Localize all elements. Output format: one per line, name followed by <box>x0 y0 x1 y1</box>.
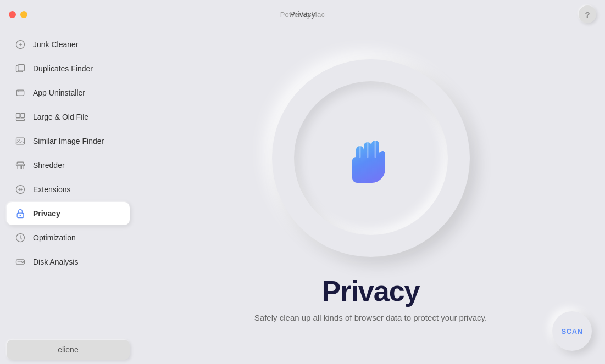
feature-icon-outer <box>272 59 470 257</box>
sidebar-item-disk-analysis[interactable]: Disk Analysis <box>7 250 130 273</box>
optimization-icon <box>14 232 26 244</box>
sidebar-label-junk-cleaner: Junk Cleaner <box>33 40 79 49</box>
content-area: Privacy Safely clean up all kinds of bro… <box>136 29 605 364</box>
close-button[interactable] <box>9 11 16 18</box>
sidebar-label-shredder: Shredder <box>33 161 65 170</box>
feature-description: Safely clean up all kinds of browser dat… <box>254 313 487 322</box>
svg-rect-11 <box>17 162 24 164</box>
sidebar-item-optimization[interactable]: Optimization <box>7 226 130 249</box>
svg-rect-2 <box>18 65 25 71</box>
sidebar-item-privacy[interactable]: Privacy <box>7 202 130 225</box>
sidebar: Junk Cleaner Duplicates Finder App Unins… <box>0 29 136 364</box>
sidebar-item-duplicates-finder[interactable]: Duplicates Finder <box>7 57 130 80</box>
sidebar-item-large-old-file[interactable]: Large & Old File <box>7 105 130 128</box>
feature-title: Privacy <box>321 275 419 307</box>
sidebar-item-similar-image[interactable]: Similar Image Finder <box>7 130 130 153</box>
duplicates-finder-icon <box>14 63 26 75</box>
svg-point-15 <box>20 215 21 216</box>
svg-rect-7 <box>16 119 25 120</box>
shredder-icon <box>14 159 26 171</box>
svg-point-18 <box>22 261 24 262</box>
similar-image-icon <box>14 135 26 147</box>
extensions-icon <box>14 183 26 195</box>
scan-button-wrap: SCAN <box>552 311 592 351</box>
scan-button[interactable]: SCAN <box>552 311 592 351</box>
sidebar-label-duplicates: Duplicates Finder <box>33 64 93 73</box>
sidebar-label-disk: Disk Analysis <box>33 257 78 266</box>
main-layout: Junk Cleaner Duplicates Finder App Unins… <box>0 29 605 364</box>
svg-point-4 <box>18 91 19 92</box>
traffic-lights <box>9 11 27 18</box>
sidebar-item-shredder[interactable]: Shredder <box>7 154 130 177</box>
sidebar-label-privacy: Privacy <box>33 209 60 218</box>
svg-rect-6 <box>21 113 25 117</box>
sidebar-label-uninstaller: App Uninstaller <box>33 88 85 97</box>
sidebar-label-large-file: Large & Old File <box>33 113 88 121</box>
minimize-button[interactable] <box>20 11 27 18</box>
disk-analysis-icon <box>14 256 26 268</box>
privacy-hand-icon <box>343 128 398 188</box>
titlebar: PowerMyMac Privacy ? <box>0 0 605 29</box>
page-title: Privacy <box>290 10 315 19</box>
privacy-icon <box>14 208 26 220</box>
sidebar-item-junk-cleaner[interactable]: Junk Cleaner <box>7 33 130 56</box>
help-button[interactable]: ? <box>579 5 596 23</box>
sidebar-label-optimization: Optimization <box>33 233 76 242</box>
sidebar-label-similar-image: Similar Image Finder <box>33 137 104 145</box>
large-old-file-icon <box>14 111 26 123</box>
svg-rect-8 <box>16 138 25 144</box>
sidebar-item-extensions[interactable]: Extensions <box>7 178 130 201</box>
svg-rect-5 <box>16 113 20 117</box>
sidebar-item-app-uninstaller[interactable]: App Uninstaller <box>7 81 130 104</box>
svg-rect-3 <box>16 90 24 96</box>
junk-cleaner-icon <box>14 38 26 51</box>
app-uninstaller-icon <box>14 87 26 99</box>
user-button[interactable]: eliene <box>7 340 130 360</box>
feature-icon-inner <box>294 81 448 235</box>
sidebar-label-extensions: Extensions <box>33 185 70 194</box>
